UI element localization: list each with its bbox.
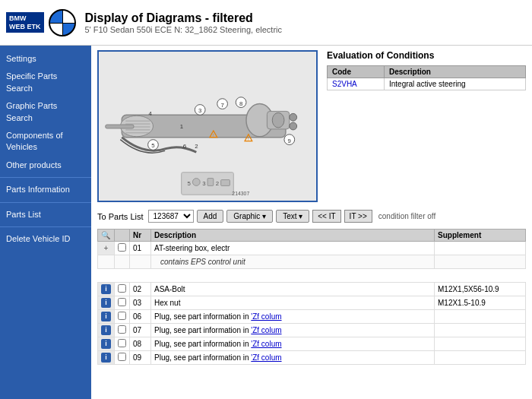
svg-text:5: 5	[151, 142, 155, 149]
svg-text:9: 9	[288, 138, 291, 144]
svg-text:1: 1	[180, 123, 183, 130]
col-description: Description	[151, 230, 435, 242]
sub-row-supplement	[435, 255, 526, 269]
row-checkbox[interactable]	[118, 325, 126, 334]
sidebar-item-settings[interactable]: Settings	[0, 50, 91, 68]
row-description: Hex nut	[151, 296, 435, 310]
evaluation-table: Code Description S2VHA Integral active s…	[327, 65, 526, 90]
row-checkbox[interactable]	[118, 284, 126, 293]
eval-description: Integral active steering	[384, 78, 525, 90]
table-row: i 02 ASA-Bolt M12X1,5X56-10.9	[98, 283, 526, 296]
zf-link[interactable]: 'Zf colum	[251, 353, 281, 362]
svg-text:6: 6	[183, 143, 187, 150]
page-title: Display of Diagrams - filtered	[85, 11, 527, 25]
sub-row-empty-1	[98, 255, 115, 269]
eval-code[interactable]: S2VHA	[328, 78, 385, 90]
row-supplement	[435, 242, 526, 255]
row-checkbox[interactable]	[118, 298, 126, 306]
svg-text:2: 2	[216, 180, 219, 187]
row-icon-cell: i	[98, 296, 115, 310]
plus-icon[interactable]: +	[104, 244, 109, 252]
sidebar-item-graphic-parts-search[interactable]: Graphic Parts Search	[0, 97, 91, 127]
row-icon-cell: i	[98, 310, 115, 324]
row-icon-cell: i	[98, 283, 115, 296]
sidebar-item-components-of-vehicles[interactable]: Components of Vehicles	[0, 127, 91, 157]
row-checkbox[interactable]	[118, 339, 126, 347]
row-checkbox[interactable]	[118, 353, 126, 361]
zf-link[interactable]: 'Zf colum	[251, 312, 281, 321]
sub-row-empty-2	[115, 255, 130, 269]
svg-text:3: 3	[202, 180, 206, 187]
row-description: Plug, see part information in 'Zf colum	[151, 310, 435, 324]
row-checkbox[interactable]	[118, 243, 126, 252]
zf-link[interactable]: 'Zf colum	[251, 326, 281, 334]
sidebar-divider-1	[0, 177, 91, 178]
row-checkbox-cell	[115, 324, 130, 337]
sidebar-item-specific-parts-search[interactable]: Specific Parts Search	[0, 68, 91, 97]
info-icon[interactable]: i	[101, 353, 111, 363]
spacer-row	[98, 269, 526, 283]
table-row: i 07 Plug, see part information in 'Zf c…	[98, 324, 526, 337]
info-icon[interactable]: i	[101, 298, 111, 308]
main-panel: 3 7 8 9 ! ! 1	[91, 46, 532, 399]
row-description: Plug, see part information in 'Zf colum	[151, 337, 435, 351]
svg-rect-13	[106, 125, 134, 128]
row-icon-cell: i	[98, 337, 115, 351]
info-icon[interactable]: i	[101, 325, 111, 335]
nav-next-button[interactable]: IT >>	[344, 210, 372, 223]
evaluation-panel: Evaluation of Conditions Code Descriptio…	[327, 50, 526, 202]
condition-filter-label: condition filter off	[378, 212, 435, 220]
table-row: i 06 Plug, see part information in 'Zf c…	[98, 310, 526, 324]
table-row: i 03 Hex nut M12X1.5-10.9	[98, 296, 526, 310]
title-area: Display of Diagrams - filtered 5' F10 Se…	[85, 11, 527, 34]
info-icon[interactable]: i	[101, 312, 111, 321]
nav-prev-button[interactable]: << IT	[312, 210, 340, 223]
sidebar-item-other-products[interactable]: Other products	[0, 157, 91, 174]
svg-point-10	[272, 112, 284, 128]
top-bar: BMWWEB ETK Display of Diagrams - filtere…	[0, 0, 532, 46]
col-nr: Nr	[130, 230, 151, 242]
row-checkbox-cell	[115, 351, 130, 365]
svg-text:7: 7	[220, 102, 223, 109]
svg-point-34	[192, 179, 200, 186]
svg-rect-38	[221, 180, 230, 186]
row-nr: 01	[130, 242, 151, 255]
table-row: + 01 AT-steering box, electr	[98, 242, 526, 255]
info-icon[interactable]: i	[101, 284, 111, 294]
zf-link[interactable]: 'Zf colum	[251, 340, 281, 348]
text-button[interactable]: Text ▾	[276, 210, 309, 223]
sidebar-divider-2	[0, 202, 91, 203]
parts-toolbar: To Parts List 123687 Add Graphic ▾ Text …	[97, 207, 526, 226]
add-button[interactable]: Add	[197, 210, 224, 223]
row-icon-cell: i	[98, 324, 115, 337]
row-description: Plug, see part information in 'Zf colum	[151, 324, 435, 337]
sidebar-item-parts-list[interactable]: Parts List	[0, 206, 91, 223]
svg-text:3: 3	[198, 107, 202, 114]
row-nr: 03	[130, 296, 151, 310]
diagram-section: 3 7 8 9 ! ! 1	[97, 50, 526, 202]
parts-table: 🔍 Nr Description Supplement +	[97, 229, 526, 365]
row-nr: 09	[130, 351, 151, 365]
row-checkbox-cell	[115, 296, 130, 310]
sidebar-item-parts-information[interactable]: Parts Information	[0, 181, 91, 198]
row-supplement	[435, 337, 526, 351]
row-checkbox-cell	[115, 310, 130, 324]
sidebar-divider-3	[0, 226, 91, 227]
svg-text:5: 5	[188, 180, 192, 187]
row-icon-cell: i	[98, 351, 115, 365]
row-checkbox[interactable]	[118, 312, 126, 320]
info-icon[interactable]: i	[101, 339, 111, 349]
sidebar: Settings Specific Parts Search Graphic P…	[0, 46, 91, 399]
row-nr: 08	[130, 337, 151, 351]
row-nr: 07	[130, 324, 151, 337]
graphic-button[interactable]: Graphic ▾	[226, 210, 273, 223]
svg-text:8: 8	[239, 100, 243, 107]
row-supplement	[435, 310, 526, 324]
svg-point-11	[290, 113, 297, 121]
parts-list-select[interactable]: 123687	[148, 210, 194, 223]
sidebar-item-delete-vehicle-id[interactable]: Delete Vehicle ID	[0, 230, 91, 248]
row-supplement: M12X1.5-10.9	[435, 296, 526, 310]
sub-row-description: contains EPS control unit	[151, 255, 435, 269]
col-search: 🔍	[98, 230, 115, 242]
col-check	[115, 230, 130, 242]
